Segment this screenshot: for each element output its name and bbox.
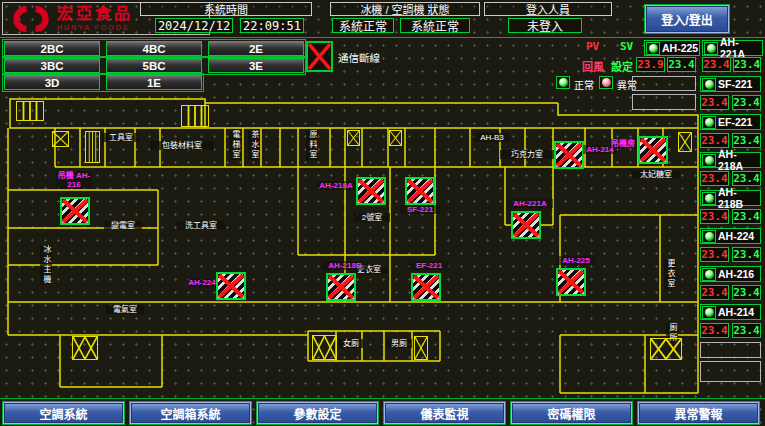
room-label: 2號室 (354, 213, 390, 222)
date-display: 2024/12/12 (155, 18, 233, 33)
pv-value-ah-218b: 23.4 (700, 209, 729, 224)
unit-name: SF-221 (718, 78, 752, 90)
ahu-unit-icon-comm-loss[interactable] (216, 272, 246, 300)
floor-button-2e[interactable]: 2E (208, 41, 304, 56)
logo-subtitle: HUNYA FOODS (57, 24, 133, 31)
equipment-label: AH-225 (556, 256, 596, 265)
status-led (702, 78, 716, 91)
room-label: 變電室 (104, 221, 142, 230)
room-label: 電梯室 (229, 130, 241, 160)
unit-button-ah-216[interactable]: AH-216 (700, 266, 761, 282)
elevator-shaft-icon (72, 336, 98, 360)
nav-button-meter-monitoring[interactable]: 儀表監視 (384, 402, 505, 424)
room-label: 太妃糖室 (632, 170, 680, 179)
comm-loss-icon (306, 41, 333, 72)
comm-loss-label: 通信斷線 (338, 50, 380, 65)
login-logout-button[interactable]: 登入/登出 (645, 5, 729, 33)
status-led (702, 306, 716, 319)
ac-status-box: 系統正常 (400, 18, 470, 33)
header-separator (0, 37, 765, 38)
floor-button-3bc[interactable]: 3BC (4, 58, 100, 73)
unit-button-ah-214[interactable]: AH-214 (700, 304, 761, 320)
unit-name: EF-221 (718, 116, 752, 128)
nav-button-ahu-box-system[interactable]: 空調箱系統 (130, 402, 251, 424)
unit-button-sf-221[interactable]: SF-221 (700, 76, 761, 92)
status-led (702, 230, 716, 243)
chiller-status-box: 系統正常 (332, 18, 394, 33)
ahu-unit-icon-comm-loss[interactable] (356, 177, 386, 205)
time-display: 22:09:51 (240, 18, 304, 33)
unit-name: AH-216 (718, 268, 754, 280)
logo-title: 宏亞食品 (57, 6, 133, 22)
nav-button-abnormal-alarm[interactable]: 異常警報 (638, 402, 759, 424)
unit-button-ef-221[interactable]: EF-221 (700, 114, 761, 130)
unit-button-ah-221a[interactable]: AH-221A (702, 40, 763, 56)
sv-value-ah-214: 23.4 (732, 323, 761, 338)
pv-value-ah-225: 23.9 (636, 57, 665, 72)
room-label: 茶水室 (248, 130, 260, 160)
bottom-nav-bar: 空調系統空調箱系統參數設定儀表監視密碼權限異常警報 (0, 398, 765, 426)
empty-slot (632, 76, 696, 91)
floor-button-4bc[interactable]: 4BC (106, 41, 202, 56)
floor-button-5bc[interactable]: 5BC (106, 58, 202, 73)
floor-button-2bc[interactable]: 2BC (4, 41, 100, 56)
equipment-label: AH-224 (188, 278, 216, 287)
room-label: 包裝材料室 (150, 141, 214, 150)
elevator-shaft-icon (52, 131, 69, 147)
sv-value-ah-216: 23.4 (732, 285, 761, 300)
elevator-shaft-icon (678, 132, 692, 152)
pv-value-ah-216: 23.4 (700, 285, 729, 300)
normal-led-icon (556, 76, 570, 89)
sv-value-ah-218b: 23.4 (732, 209, 761, 224)
room-label: 更衣室 (664, 259, 676, 289)
floor-button-1e[interactable]: 1E (106, 75, 202, 90)
chiller-ahu-status-label: 冰機 / 空調機 狀態 (330, 2, 480, 16)
pv-value-ah-221a: 23.4 (702, 57, 731, 72)
ahu-unit-icon-comm-loss[interactable] (60, 197, 90, 225)
ahu-unit-icon-comm-loss[interactable] (411, 273, 441, 301)
elevator-shaft-icon (347, 130, 360, 146)
unit-name: AH-218B (718, 186, 760, 210)
ahu-unit-icon-comm-loss[interactable] (638, 136, 668, 164)
status-led (702, 192, 716, 205)
sv-value-ah-218a: 23.4 (732, 171, 761, 186)
elevator-shaft-icon (414, 336, 428, 360)
unit-button-ah-224[interactable]: AH-224 (700, 228, 761, 244)
pv-value-ah-214: 23.4 (700, 323, 729, 338)
system-time-label: 系統時間 (140, 2, 312, 16)
sv-value-ah-224: 23.4 (732, 247, 761, 262)
login-user-label: 登入人員 (484, 2, 612, 16)
floor-button-3e[interactable]: 3E (208, 58, 304, 73)
ahu-unit-icon-comm-loss[interactable] (326, 273, 356, 301)
ahu-unit-icon-comm-loss[interactable] (556, 268, 586, 296)
nav-button-password-authority[interactable]: 密碼權限 (511, 402, 632, 424)
status-led (702, 154, 716, 167)
stairs-icon (16, 101, 44, 121)
ahu-unit-icon-comm-loss[interactable] (554, 141, 584, 169)
equipment-label: 吊機房 (610, 139, 636, 148)
floor-button-row-3: 3D1E (2, 73, 204, 92)
unit-name: AH-214 (718, 306, 754, 318)
sv-value-ef-221: 23.4 (732, 133, 761, 148)
unit-button-ah-218b[interactable]: AH-218B (700, 190, 761, 206)
unit-name: AH-218A (718, 148, 760, 172)
floor-button-3d[interactable]: 3D (4, 75, 100, 90)
pv-desc-label: 回風 (582, 58, 604, 74)
room-label: 洗工具室 (177, 221, 225, 230)
status-led (704, 42, 718, 55)
sv-value-sf-221: 23.4 (732, 95, 761, 110)
ahu-unit-icon-comm-loss[interactable] (511, 211, 541, 239)
stairs-icon (181, 105, 209, 127)
room-label: 女廁 (338, 339, 364, 348)
nav-button-parameter-settings[interactable]: 參數設定 (257, 402, 378, 424)
nav-button-ac-system[interactable]: 空調系統 (3, 402, 124, 424)
elevator-shaft-icon (650, 338, 682, 360)
elevator-shaft-icon (312, 335, 337, 360)
unit-button-ah-218a[interactable]: AH-218A (700, 152, 761, 168)
login-status-box: 未登入 (508, 18, 582, 33)
room-label: AH-B3 (474, 133, 510, 142)
ahu-unit-icon-comm-loss[interactable] (405, 177, 435, 205)
unit-button-ah-225[interactable]: AH-225 (644, 40, 700, 56)
sv-value-ah-225: 23.4 (667, 57, 696, 72)
empty-slot (700, 342, 761, 358)
